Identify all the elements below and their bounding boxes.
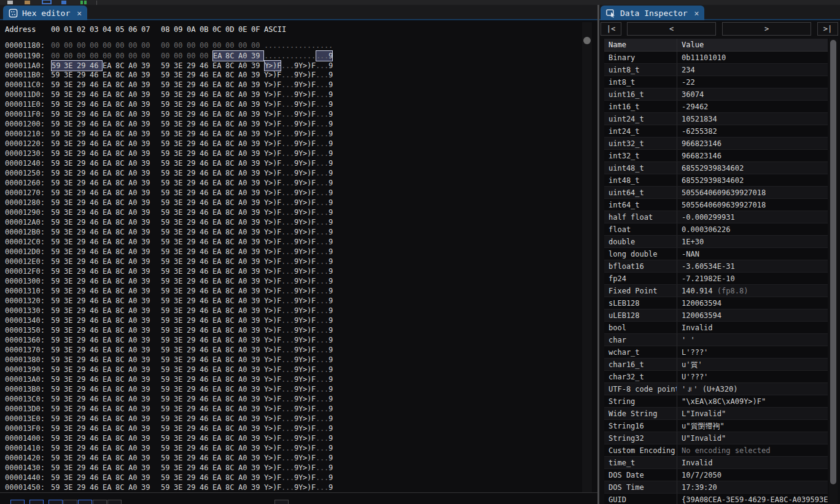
hex-byte[interactable]: 29 (187, 168, 200, 178)
hex-byte[interactable]: 00 (187, 41, 200, 50)
hex-byte[interactable]: 39 (141, 149, 154, 158)
hex-byte[interactable]: 59 (51, 384, 64, 394)
ascii-char[interactable]: . (286, 404, 290, 414)
ascii-char[interactable]: Y (298, 119, 303, 129)
ascii-char[interactable]: 9 (294, 119, 298, 129)
hex-byte[interactable]: 3E (174, 178, 187, 188)
ascii-char[interactable]: . (303, 41, 307, 50)
hex-byte[interactable]: 59 (51, 286, 64, 296)
hex-byte[interactable]: 3E (174, 384, 187, 394)
ascii-char[interactable]: ) (307, 384, 311, 394)
ascii-char[interactable]: Y (264, 473, 268, 483)
ascii-char[interactable]: 9 (294, 453, 298, 463)
ascii-char[interactable]: . (316, 158, 320, 168)
hex-byte[interactable]: 3E (64, 335, 77, 345)
hex-byte[interactable]: 39 (251, 355, 264, 365)
ascii-char[interactable]: . (316, 109, 320, 119)
ascii-char[interactable]: F (311, 237, 316, 247)
hex-byte[interactable]: 46 (200, 178, 212, 188)
ascii-char[interactable]: 9 (329, 453, 333, 463)
ascii-char[interactable]: . (286, 473, 290, 483)
ascii-char[interactable]: 9 (294, 109, 298, 119)
hex-byte[interactable]: 46 (200, 355, 212, 365)
ascii-char[interactable]: > (268, 286, 273, 296)
ascii-char[interactable]: . (286, 286, 290, 296)
inspector-row[interactable]: String16u"質㦠㹙䘩" (604, 420, 828, 432)
hex-byte[interactable]: 59 (51, 119, 64, 129)
ascii-char[interactable]: . (320, 286, 324, 296)
hex-byte[interactable]: 39 (251, 404, 264, 414)
ascii-char[interactable]: 9 (329, 414, 333, 424)
ascii-char[interactable]: . (316, 276, 320, 286)
ascii-char[interactable]: 9 (294, 463, 298, 473)
ascii-char[interactable]: . (316, 198, 320, 207)
hex-byte[interactable]: 39 (251, 433, 264, 443)
hex-byte[interactable]: 00 (90, 51, 103, 61)
hex-byte[interactable]: 8C (225, 355, 238, 365)
hex-byte[interactable]: 46 (200, 276, 212, 286)
hex-byte[interactable]: 8C (225, 384, 238, 394)
ascii-char[interactable]: > (303, 257, 307, 266)
hex-byte[interactable]: 8C (225, 217, 238, 227)
hex-byte[interactable]: EA (212, 355, 225, 365)
ascii-char[interactable]: 9 (294, 198, 298, 207)
inspector-row[interactable]: uint48_t68552939834602 (604, 162, 828, 174)
ascii-char[interactable]: 9 (294, 365, 298, 374)
hex-byte[interactable]: 3E (174, 374, 187, 384)
hex-byte[interactable]: 59 (51, 325, 64, 335)
hex-byte[interactable]: 3E (64, 404, 77, 414)
ascii-char[interactable]: ) (273, 345, 277, 355)
ascii-char[interactable]: F (277, 345, 281, 355)
ascii-char[interactable]: > (303, 335, 307, 345)
hex-byte[interactable]: 29 (77, 306, 90, 316)
hex-byte[interactable]: A0 (128, 80, 141, 90)
hex-byte[interactable]: 39 (251, 276, 264, 286)
hex-byte[interactable]: A0 (238, 139, 251, 149)
hex-byte[interactable]: 46 (90, 70, 103, 80)
ascii-char[interactable]: . (286, 41, 290, 50)
save-icon[interactable] (7, 1, 13, 4)
hex-byte[interactable]: 39 (141, 109, 154, 119)
hex-byte[interactable]: 46 (200, 365, 212, 374)
hex-byte[interactable]: 39 (141, 61, 154, 71)
inspector-row[interactable]: uint32_t966823146 (604, 138, 828, 150)
hex-byte[interactable]: 29 (187, 99, 200, 109)
hex-byte[interactable]: EA (103, 237, 115, 247)
hex-byte[interactable]: 3E (64, 198, 77, 207)
hex-byte[interactable]: 8C (225, 345, 238, 355)
hex-byte[interactable]: A0 (238, 473, 251, 483)
hex-byte[interactable]: 29 (77, 168, 90, 178)
ascii-char[interactable]: . (273, 51, 277, 61)
hex-byte[interactable]: A0 (238, 335, 251, 345)
ascii-char[interactable]: > (303, 276, 307, 286)
inspector-row[interactable]: time_tInvalid (604, 457, 828, 469)
footer-button[interactable] (274, 500, 289, 504)
hex-byte[interactable]: EA (103, 217, 115, 227)
hex-byte[interactable]: 46 (200, 345, 212, 355)
hex-byte[interactable]: 59 (161, 296, 174, 306)
ascii-char[interactable]: . (320, 424, 324, 433)
hex-byte[interactable]: A0 (128, 316, 141, 325)
ascii-char[interactable]: . (324, 404, 329, 414)
ascii-char[interactable]: . (320, 325, 324, 335)
ascii-char[interactable]: . (281, 473, 286, 483)
hex-byte[interactable]: 39 (251, 119, 264, 129)
hex-byte[interactable]: 3E (174, 168, 187, 178)
ascii-char[interactable]: . (290, 335, 294, 345)
hex-byte[interactable]: 59 (161, 443, 174, 453)
hex-byte[interactable]: 3E (64, 355, 77, 365)
hex-byte[interactable]: EA (212, 463, 225, 473)
hex-byte[interactable]: 46 (90, 109, 103, 119)
ascii-char[interactable]: . (320, 433, 324, 443)
hex-byte[interactable]: 59 (51, 374, 64, 384)
hex-byte[interactable]: 39 (141, 168, 154, 178)
ascii-char[interactable]: ) (273, 365, 277, 374)
ascii-char[interactable]: Y (298, 316, 303, 325)
hex-byte[interactable]: 29 (187, 188, 200, 198)
ascii-char[interactable]: Y (298, 345, 303, 355)
hex-byte[interactable]: 46 (90, 178, 103, 188)
hex-byte[interactable]: EA (103, 325, 115, 335)
hex-byte[interactable]: A0 (128, 306, 141, 316)
hex-byte[interactable]: 59 (161, 217, 174, 227)
hex-byte[interactable]: 8C (115, 178, 128, 188)
